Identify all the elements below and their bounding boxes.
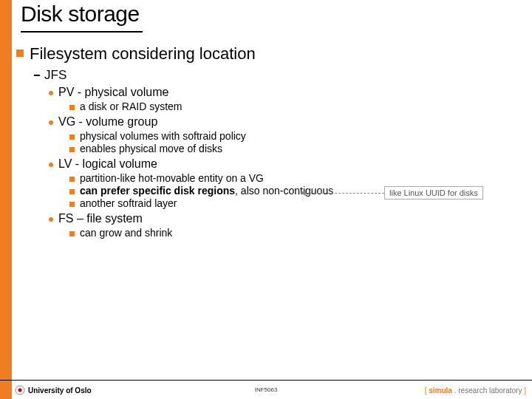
item-pv: PV - physical volume — [49, 86, 525, 99]
footer-right-text: [ simula . research laboratory ] — [425, 386, 526, 395]
item-fs-sub1-text: can grow and shrink — [80, 227, 172, 239]
footer: University of Oslo INF5063 [ simula . re… — [0, 380, 532, 399]
item-vg-sub1: physical volumes with softraid policy — [69, 130, 525, 142]
subheading-text: JFS — [44, 68, 66, 83]
item-fs-label: FS – file system — [58, 212, 143, 225]
item-vg-sub1-text: physical volumes with softraid policy — [80, 130, 246, 142]
item-vg-sub2-text: enables physical move of disks — [80, 143, 222, 154]
item-vg-sub2: enables physical move of disks — [69, 143, 525, 154]
brand-rest: research laboratory — [458, 386, 522, 395]
callout-box: like Linux UUID for disks — [384, 186, 483, 200]
subheading-row: JFS — [34, 68, 525, 83]
dot-bullet-icon — [49, 120, 53, 125]
square-bullet-icon — [16, 50, 24, 57]
item-vg: VG - volume group — [49, 115, 525, 129]
item-fs: FS – file system — [49, 212, 525, 225]
item-lv-sub2-bold: can prefer specific disk regions — [80, 185, 235, 197]
square-bullet-icon — [69, 147, 75, 152]
square-bullet-icon — [69, 105, 75, 110]
dot-bullet-icon — [49, 217, 53, 222]
item-lv: LV - logical volume — [49, 157, 525, 171]
bracket-right: ] — [522, 386, 526, 395]
item-vg-label: VG - volume group — [58, 115, 157, 129]
dot-bullet-icon — [49, 163, 53, 167]
slide-title: Disk storage — [21, 1, 140, 27]
heading-text: Filesystem considering location — [30, 44, 256, 64]
svg-point-1 — [18, 389, 22, 392]
dot-bullet-icon — [49, 91, 53, 95]
item-lv-sub1: partition-like hot-movable entity on a V… — [69, 172, 525, 184]
item-lv-label: LV - logical volume — [58, 157, 157, 171]
arrow-line — [306, 193, 384, 194]
dash-bullet-icon — [34, 75, 40, 76]
square-bullet-icon — [69, 189, 75, 194]
callout-text: like Linux UUID for disks — [389, 188, 478, 197]
uio-logo-icon — [15, 385, 25, 395]
square-bullet-icon — [69, 134, 75, 140]
item-fs-sub1: can grow and shrink — [69, 227, 525, 239]
square-bullet-icon — [69, 231, 75, 236]
square-bullet-icon — [69, 177, 75, 182]
brand-simula: simula — [429, 386, 452, 395]
footer-left-text: University of Oslo — [28, 386, 92, 395]
square-bullet-icon — [69, 202, 75, 207]
item-pv-sub1-text: a disk or RAID system — [80, 100, 182, 112]
sidebar-accent — [0, 0, 12, 399]
heading-row: Filesystem considering location — [16, 44, 525, 64]
item-pv-label: PV - physical volume — [58, 86, 168, 99]
item-lv-sub3-text: another softraid layer — [80, 197, 177, 209]
title-underline — [21, 31, 143, 33]
item-lv-sub1-text: partition-like hot-movable entity on a V… — [80, 172, 264, 184]
footer-center-text: INF5063 — [255, 386, 278, 393]
item-pv-sub1: a disk or RAID system — [69, 100, 525, 112]
item-lv-sub2-rest: , also non-contiguous — [235, 185, 333, 197]
content-area: Filesystem considering location JFS PV -… — [16, 44, 525, 239]
item-lv-sub2-text: can prefer specific disk regions, also n… — [80, 185, 333, 197]
arrow-head-icon — [300, 190, 306, 196]
